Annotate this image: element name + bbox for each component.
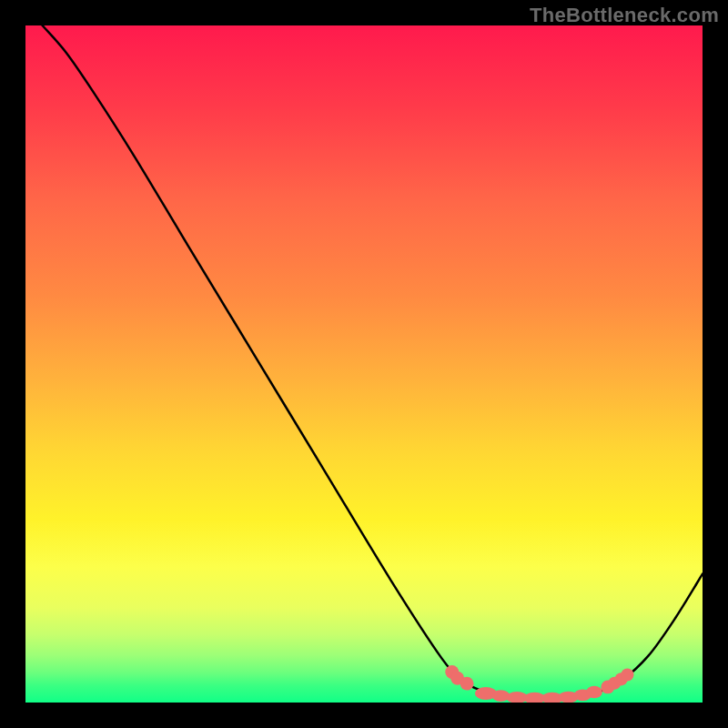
watermark-text: TheBottleneck.com [530,4,719,27]
bottleneck-curve [43,25,703,699]
marker-dot [460,677,474,691]
marker-dot [586,686,602,698]
page-root: TheBottleneck.com [0,0,728,728]
plot-area [25,25,703,703]
chart-svg [25,25,703,703]
marker-dot [621,668,633,681]
optimal-zone-markers [445,665,633,703]
